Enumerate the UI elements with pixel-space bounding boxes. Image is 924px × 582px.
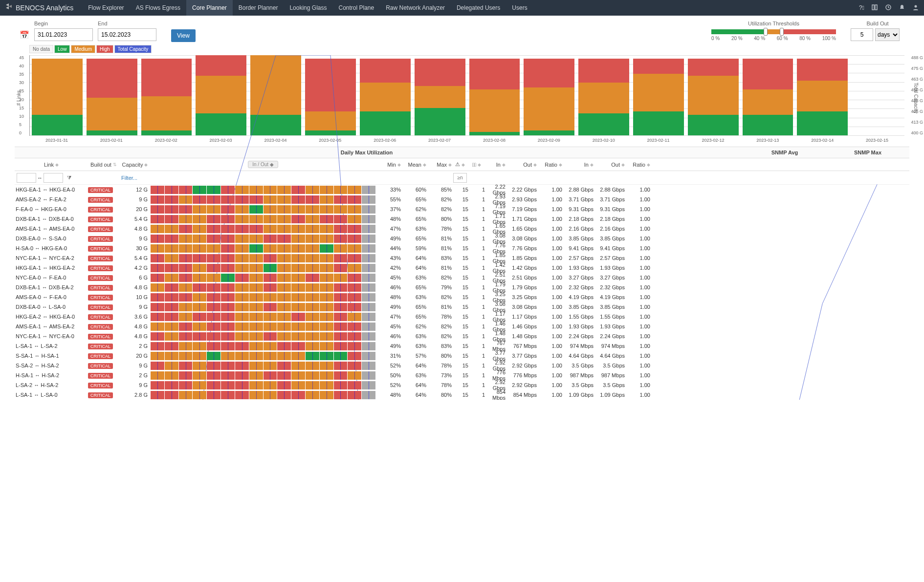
filter-threshold-input[interactable]: [453, 173, 467, 183]
col-alert-icon[interactable]: ⚠◆: [452, 161, 468, 168]
table-row[interactable]: NYC-EA-0 ↔ F-EA-0CRITICAL6 G45%63%82%151…: [15, 273, 909, 282]
bar-2023-02-11[interactable]: [633, 55, 684, 135]
navlink-looking-glass[interactable]: Looking Glass: [284, 0, 332, 16]
table-row[interactable]: AMS-EA-1 ↔ AMS-EA-0CRITICAL4.8 G47%63%78…: [15, 224, 909, 234]
table-row[interactable]: H-SA-1 ↔ H-SA-2CRITICAL2 G50%63%73%15177…: [15, 370, 909, 380]
help-icon[interactable]: ?⃝: [859, 4, 864, 11]
navlink-border-planner[interactable]: Border Planner: [233, 0, 284, 16]
table-row[interactable]: F-EA-0 ↔ HKG-EA-0CRITICAL20 G37%62%82%15…: [15, 204, 909, 214]
navlink-users[interactable]: Users: [506, 0, 533, 16]
nav-links: Flow ExplorerAS Flows EgressCore Planner…: [82, 0, 859, 16]
table-row[interactable]: L-SA-2 ↔ H-SA-2CRITICAL9 G52%64%78%1512.…: [15, 380, 909, 390]
cell-out-max: 9.31 Gbps: [594, 206, 625, 212]
funnel-icon[interactable]: ⧩: [67, 174, 71, 181]
chart-body[interactable]: # Links Total Capacity 45403530252015105…: [29, 55, 904, 136]
book-icon[interactable]: [871, 4, 878, 12]
cell-heatmap: [151, 381, 375, 390]
bar-2023-02-14[interactable]: [797, 55, 848, 135]
col-buildout[interactable]: Build out⇅: [88, 162, 119, 168]
cell-buildout: CRITICAL: [88, 196, 119, 202]
table-row[interactable]: H-SA-0 ↔ HKG-EA-0CRITICAL30 G44%59%81%15…: [15, 243, 909, 253]
cell-mean: 63%: [401, 226, 426, 232]
navlink-as-flows-egress[interactable]: AS Flows Egress: [130, 0, 186, 16]
bar-2023-01-31[interactable]: [32, 55, 83, 135]
table-row[interactable]: DXB-EA-0 ↔ S-SA-0CRITICAL9 G49%65%81%151…: [15, 234, 909, 243]
cell-buildout: CRITICAL: [88, 216, 119, 222]
threshold-handle-1[interactable]: [764, 28, 768, 36]
threshold-slider[interactable]: [711, 29, 836, 34]
col-hide-icon[interactable]: 👁̸◆: [468, 162, 485, 168]
bar-2023-02-06[interactable]: [360, 55, 411, 135]
buildout-value-input[interactable]: [851, 28, 873, 41]
table-row[interactable]: NYC-EA-1 ↔ NYC-EA-0CRITICAL4.8 G46%63%82…: [15, 331, 909, 341]
table-row[interactable]: L-SA-1 ↔ L-SA-0CRITICAL2.8 G48%64%80%151…: [15, 390, 909, 400]
begin-input[interactable]: [34, 28, 93, 41]
bar-2023-02-02[interactable]: [141, 55, 192, 135]
col-out-max[interactable]: Out◆: [594, 162, 625, 168]
col-ratio-max[interactable]: Ratio◆: [625, 162, 650, 168]
history-icon[interactable]: [885, 4, 892, 12]
filter-capacity-link[interactable]: Filter...: [119, 175, 151, 181]
user-icon[interactable]: [912, 4, 919, 12]
table-row[interactable]: HKG-EA-2 ↔ HKG-EA-0CRITICAL3.6 G47%65%78…: [15, 312, 909, 322]
cell-buildout: CRITICAL: [88, 323, 119, 329]
buildout-unit-select[interactable]: days: [875, 28, 900, 41]
table-row[interactable]: DXB-EA-1 ↔ DXB-EA-0CRITICAL5.4 G48%65%80…: [15, 214, 909, 224]
bar-2023-02-12[interactable]: [688, 55, 739, 135]
table-row[interactable]: NYC-EA-1 ↔ NYC-EA-2CRITICAL5.4 G43%64%83…: [15, 253, 909, 263]
legend-low[interactable]: Low: [54, 45, 70, 53]
bar-2023-02-13[interactable]: [743, 55, 793, 135]
cell-buildout: CRITICAL: [88, 382, 119, 388]
table-row[interactable]: AMS-EA-2 ↔ F-EA-2CRITICAL9 G55%65%82%151…: [15, 194, 909, 204]
col-max[interactable]: Max◆: [426, 162, 452, 168]
legend-nodata[interactable]: No data: [29, 45, 53, 53]
bar-2023-02-09[interactable]: [524, 55, 574, 135]
col-mean[interactable]: Mean◆: [401, 162, 426, 168]
cell-link: NYC-EA-0 ↔ F-EA-0: [15, 275, 88, 280]
bar-2023-02-15[interactable]: [852, 55, 902, 135]
bar-2023-02-07[interactable]: [415, 55, 465, 135]
navlink-raw-network-analyzer[interactable]: Raw Network Analyzer: [380, 0, 451, 16]
col-inout[interactable]: In / Out ◆: [151, 161, 375, 168]
col-in-max[interactable]: In◆: [562, 162, 594, 168]
table-row[interactable]: L-SA-1 ↔ L-SA-2CRITICAL2 G49%63%83%15176…: [15, 341, 909, 351]
col-out[interactable]: Out◆: [506, 162, 537, 168]
navlink-flow-explorer[interactable]: Flow Explorer: [82, 0, 130, 16]
cell-mean: 64%: [401, 392, 426, 398]
col-ratio[interactable]: Ratio◆: [537, 162, 562, 168]
bell-icon[interactable]: [899, 4, 905, 12]
navlink-core-planner[interactable]: Core Planner: [186, 0, 233, 16]
table-row[interactable]: HKG-EA-1 ↔ HKG-EA-0CRITICAL12 G33%60%85%…: [15, 185, 909, 194]
table-row[interactable]: HKG-EA-1 ↔ HKG-EA-2CRITICAL4.2 G42%64%81…: [15, 263, 909, 273]
table-row[interactable]: DXB-EA-0 ↔ L-SA-0CRITICAL9 G49%65%81%151…: [15, 302, 909, 312]
legend-medium[interactable]: Medium: [71, 45, 95, 53]
table-row[interactable]: DXB-EA-1 ↔ DXB-EA-2CRITICAL4.8 G46%65%79…: [15, 282, 909, 292]
col-link[interactable]: Link◆: [15, 162, 88, 168]
filter-link-b[interactable]: [44, 173, 63, 183]
bar-2023-02-10[interactable]: [578, 55, 629, 135]
view-button[interactable]: View: [171, 29, 196, 42]
col-capacity[interactable]: Capacity◆: [119, 162, 151, 168]
bar-2023-02-05[interactable]: [305, 55, 356, 135]
col-min[interactable]: Min◆: [375, 162, 401, 168]
bar-2023-02-01[interactable]: [87, 55, 137, 135]
bar-2023-02-03[interactable]: [196, 55, 246, 135]
col-in[interactable]: In◆: [485, 162, 506, 168]
end-input[interactable]: [98, 28, 156, 41]
table-row[interactable]: S-SA-2 ↔ H-SA-2CRITICAL9 G52%64%78%1512.…: [15, 361, 909, 370]
legend-total[interactable]: Total Capacity: [114, 45, 152, 53]
bar-2023-02-08[interactable]: [469, 55, 520, 135]
cell-capacity: 4.8 G: [119, 333, 151, 339]
cell-out: 2.92 Gbps: [506, 363, 537, 368]
cell-ratio-max: 1.00: [625, 275, 650, 280]
table-row[interactable]: AMS-EA-0 ↔ F-EA-0CRITICAL10 G48%63%82%15…: [15, 292, 909, 302]
threshold-handle-2[interactable]: [780, 28, 784, 36]
navlink-control-plane[interactable]: Control Plane: [332, 0, 380, 16]
table-row[interactable]: S-SA-1 ↔ H-SA-1CRITICAL20 G31%57%80%1513…: [15, 351, 909, 361]
legend-high[interactable]: High: [96, 45, 113, 53]
table-row[interactable]: AMS-EA-1 ↔ AMS-EA-2CRITICAL4.8 G45%62%82…: [15, 322, 909, 331]
filter-link-a[interactable]: [17, 173, 36, 183]
cell-link: L-SA-2 ↔ H-SA-2: [15, 382, 88, 388]
bar-2023-02-04[interactable]: [250, 55, 301, 135]
navlink-delegated-users[interactable]: Delegated Users: [451, 0, 506, 16]
